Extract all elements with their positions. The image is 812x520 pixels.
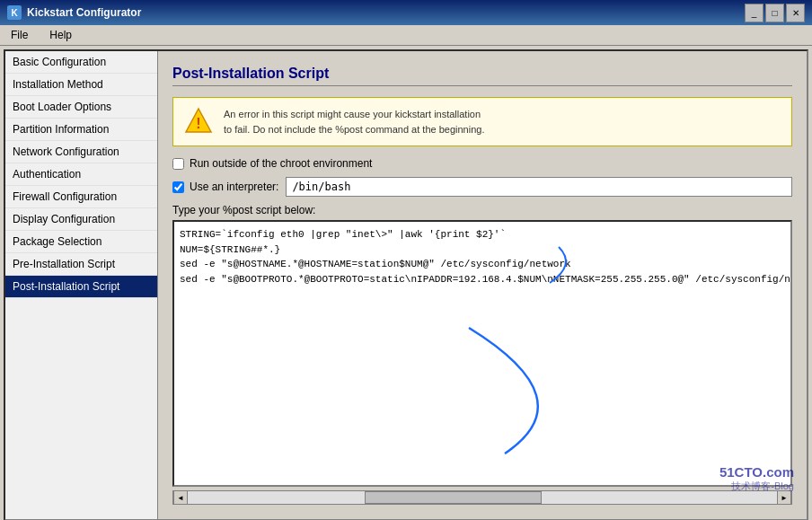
script-area[interactable]: STRING=`ifconfig eth0 |grep "inet\>" |aw… <box>172 220 792 487</box>
warning-icon: ! <box>184 107 213 136</box>
script-label: Type your %post script below: <box>172 204 792 216</box>
interpreter-input[interactable] <box>286 177 792 197</box>
title-bar-controls[interactable]: _ □ ✕ <box>745 4 805 22</box>
sidebar-item-installation-method[interactable]: Installation Method <box>5 74 157 96</box>
maximize-button[interactable]: □ <box>765 4 784 22</box>
horizontal-scrollbar[interactable]: ◄ ► <box>172 490 792 505</box>
sidebar-item-basic-config[interactable]: Basic Configuration <box>5 51 157 74</box>
sidebar-item-package-selection[interactable]: Package Selection <box>5 231 157 253</box>
use-interpreter-label: Use an interpreter: <box>190 181 278 193</box>
warning-box: ! An error in this script might cause yo… <box>172 97 792 146</box>
run-outside-row: Run outside of the chroot environment <box>172 157 792 170</box>
menu-bar: File Help <box>0 25 812 46</box>
use-interpreter-checkbox-label[interactable]: Use an interpreter: <box>172 181 278 193</box>
content-area: Post-Installation Script ! An error in t… <box>158 51 807 519</box>
minimize-button[interactable]: _ <box>745 4 763 22</box>
sidebar-item-firewall-configuration[interactable]: Firewall Configuration <box>5 186 157 208</box>
sidebar: Basic Configuration Installation Method … <box>5 51 158 519</box>
watermark-line1: 51CTO.com <box>719 464 794 480</box>
scroll-thumb[interactable] <box>365 491 542 504</box>
close-button[interactable]: ✕ <box>786 4 805 22</box>
content-wrapper: STRING=`ifconfig eth0 |grep "inet\>" |aw… <box>172 220 792 505</box>
sidebar-item-boot-loader-options[interactable]: Boot Loader Options <box>5 96 157 119</box>
interpreter-row: Use an interpreter: <box>172 177 792 197</box>
run-outside-label: Run outside of the chroot environment <box>190 157 372 170</box>
sidebar-item-display-configuration[interactable]: Display Configuration <box>5 208 157 231</box>
svg-text:!: ! <box>196 116 200 131</box>
main-container: Basic Configuration Installation Method … <box>4 49 808 520</box>
title-bar-title: Kickstart Configurator <box>27 6 745 19</box>
run-outside-checkbox-label[interactable]: Run outside of the chroot environment <box>172 157 372 170</box>
page-title: Post-Installation Script <box>172 66 792 86</box>
menu-file[interactable]: File <box>7 27 31 43</box>
sidebar-item-post-installation-script[interactable]: Post-Installation Script <box>5 276 157 298</box>
watermark: 51CTO.com 技术博客-Blog <box>719 464 794 493</box>
warning-triangle-icon: ! <box>184 107 213 136</box>
sidebar-item-partition-information[interactable]: Partition Information <box>5 119 157 141</box>
sidebar-item-network-configuration[interactable]: Network Configuration <box>5 141 157 163</box>
menu-help[interactable]: Help <box>46 27 75 43</box>
title-bar: K Kickstart Configurator _ □ ✕ <box>0 0 812 25</box>
scroll-left-arrow[interactable]: ◄ <box>173 490 188 505</box>
sidebar-item-pre-installation-script[interactable]: Pre-Installation Script <box>5 253 157 276</box>
title-bar-icon: K <box>7 5 22 20</box>
scroll-track[interactable] <box>188 491 777 504</box>
warning-text: An error in this script might cause your… <box>224 107 484 137</box>
sidebar-item-authentication[interactable]: Authentication <box>5 163 157 186</box>
watermark-line2: 技术博客-Blog <box>719 480 794 493</box>
run-outside-checkbox[interactable] <box>172 158 184 170</box>
use-interpreter-checkbox[interactable] <box>172 181 184 193</box>
